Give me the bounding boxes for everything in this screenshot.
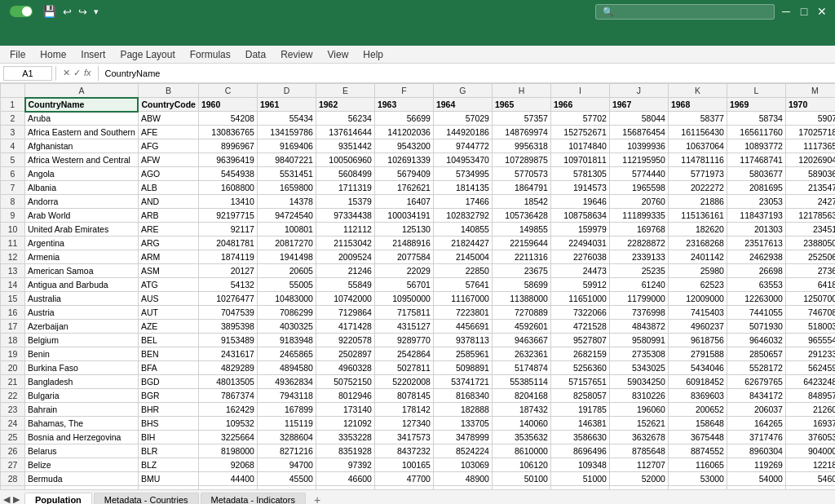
data-cell-r17c9[interactable]: 4721528 <box>550 320 609 334</box>
data-cell-r11c6[interactable]: 21488916 <box>374 237 433 250</box>
data-cell-r25c9[interactable]: 3586630 <box>550 431 609 444</box>
row-num-18[interactable]: 18 <box>1 334 25 347</box>
data-cell-r20c1[interactable]: Burkina Faso <box>25 361 139 375</box>
data-cell-r13c11[interactable]: 25980 <box>668 264 727 278</box>
data-cell-r22c5[interactable]: 8012946 <box>316 389 374 403</box>
data-cell-r10c6[interactable]: 125130 <box>374 223 433 237</box>
data-cell-r23c8[interactable]: 187432 <box>492 403 550 417</box>
row-num-23[interactable]: 23 <box>1 403 25 417</box>
data-cell-r27c2[interactable]: BLZ <box>138 458 198 472</box>
col-header-I[interactable]: I <box>550 84 609 98</box>
insert-function-icon[interactable]: fx <box>84 68 91 78</box>
data-cell-r24c1[interactable]: Bahamas, The <box>25 417 139 431</box>
data-cell-r11c7[interactable]: 21824427 <box>433 237 492 250</box>
data-cell-r2c1[interactable]: Aruba <box>25 112 139 126</box>
sheet-tab-metadata---indicators[interactable]: Metadata - Indicators <box>201 493 306 504</box>
row-num-3[interactable]: 3 <box>1 126 25 139</box>
data-cell-r25c13[interactable]: 3760536 <box>785 431 835 444</box>
data-cell-r13c13[interactable]: 27362 <box>785 264 835 278</box>
data-cell-r22c3[interactable]: 7867374 <box>198 389 257 403</box>
data-cell-r19c10[interactable]: 2735308 <box>609 347 668 361</box>
data-cell-r4c2[interactable]: AFG <box>138 139 198 153</box>
data-cell-r7c5[interactable]: 1711319 <box>316 181 374 195</box>
data-cell-r27c11[interactable]: 116065 <box>668 458 727 472</box>
ribbon-tab-insert[interactable]: Insert <box>74 47 112 62</box>
data-cell-r23c12[interactable]: 206037 <box>727 403 785 417</box>
row-num-11[interactable]: 11 <box>1 237 25 250</box>
row-num-13[interactable]: 13 <box>1 264 25 278</box>
data-cell-r5c3[interactable]: 96396419 <box>198 153 257 167</box>
data-cell-r2c9[interactable]: 57702 <box>550 112 609 126</box>
row-num-14[interactable]: 14 <box>1 278 25 292</box>
data-cell-r11c4[interactable]: 20817270 <box>257 237 316 250</box>
data-cell-r27c10[interactable]: 112707 <box>609 458 668 472</box>
data-cell-r11c8[interactable]: 22159644 <box>492 237 550 250</box>
data-cell-r27c4[interactable]: 94700 <box>257 458 316 472</box>
data-cell-r27c6[interactable]: 100165 <box>374 458 433 472</box>
data-cell-r19c3[interactable]: 2431617 <box>198 347 257 361</box>
data-cell-r6c10[interactable]: 5774440 <box>609 167 668 181</box>
data-cell-r5c6[interactable]: 102691339 <box>374 153 433 167</box>
header-cell-13[interactable]: 1970 <box>785 98 835 112</box>
data-cell-r7c1[interactable]: Albania <box>25 181 139 195</box>
data-cell-r29c10[interactable]: 4208683 <box>609 486 668 490</box>
data-cell-r18c3[interactable]: 9153489 <box>198 334 257 347</box>
data-cell-r27c5[interactable]: 97392 <box>316 458 374 472</box>
data-cell-r9c4[interactable]: 94724540 <box>257 209 316 223</box>
data-cell-r2c3[interactable]: 54208 <box>198 112 257 126</box>
data-cell-r19c9[interactable]: 2682159 <box>550 347 609 361</box>
data-cell-r29c9[interactable]: 4122517 <box>550 486 609 490</box>
data-cell-r16c9[interactable]: 7322066 <box>550 306 609 320</box>
data-cell-r24c4[interactable]: 115119 <box>257 417 316 431</box>
col-header-A[interactable]: A <box>25 84 139 98</box>
data-cell-r21c7[interactable]: 53741721 <box>433 375 492 389</box>
data-cell-r16c13[interactable]: 7467086 <box>785 306 835 320</box>
data-cell-r11c10[interactable]: 22828872 <box>609 237 668 250</box>
data-cell-r26c11[interactable]: 8874552 <box>668 444 727 458</box>
data-cell-r26c12[interactable]: 8960304 <box>727 444 785 458</box>
data-cell-r20c7[interactable]: 5098891 <box>433 361 492 375</box>
data-cell-r9c2[interactable]: ARB <box>138 209 198 223</box>
tab-nav-right[interactable]: ▶ <box>13 494 20 504</box>
data-cell-r15c5[interactable]: 10742000 <box>316 292 374 306</box>
data-cell-r3c9[interactable]: 152752671 <box>550 126 609 139</box>
data-cell-r18c7[interactable]: 9378113 <box>433 334 492 347</box>
data-cell-r12c13[interactable]: 2525067 <box>785 250 835 264</box>
data-cell-r6c3[interactable]: 5454938 <box>198 167 257 181</box>
data-cell-r5c1[interactable]: Africa Western and Central <box>25 153 139 167</box>
data-cell-r5c13[interactable]: 120269044 <box>785 153 835 167</box>
col-header-J[interactable]: J <box>609 84 668 98</box>
data-cell-r18c6[interactable]: 9289770 <box>374 334 433 347</box>
data-cell-r20c12[interactable]: 5528172 <box>727 361 785 375</box>
data-cell-r22c12[interactable]: 8434172 <box>727 389 785 403</box>
data-cell-r2c10[interactable]: 58044 <box>609 112 668 126</box>
data-cell-r25c1[interactable]: Bosnia and Herzegovina <box>25 431 139 444</box>
col-header-M[interactable]: M <box>785 84 835 98</box>
row-num-4[interactable]: 4 <box>1 139 25 153</box>
header-cell-11[interactable]: 1968 <box>668 98 727 112</box>
data-cell-r6c13[interactable]: 5890360 <box>785 167 835 181</box>
ribbon-tab-view[interactable]: View <box>321 47 356 62</box>
data-cell-r12c2[interactable]: ARM <box>138 250 198 264</box>
row-num-21[interactable]: 21 <box>1 375 25 389</box>
data-cell-r21c5[interactable]: 50752150 <box>316 375 374 389</box>
ribbon-tab-page layout[interactable]: Page Layout <box>113 47 181 62</box>
data-cell-r16c12[interactable]: 7441055 <box>727 306 785 320</box>
formula-input[interactable] <box>102 69 832 78</box>
data-cell-r22c8[interactable]: 8204168 <box>492 389 550 403</box>
data-cell-r28c11[interactable]: 53000 <box>668 472 727 486</box>
data-cell-r6c8[interactable]: 5770573 <box>492 167 550 181</box>
data-cell-r11c1[interactable]: Argentina <box>25 237 139 250</box>
data-cell-r10c2[interactable]: ARE <box>138 223 198 237</box>
data-cell-r4c3[interactable]: 8996967 <box>198 139 257 153</box>
data-cell-r21c6[interactable]: 52202008 <box>374 375 433 389</box>
row-num-27[interactable]: 27 <box>1 458 25 472</box>
row-num-22[interactable]: 22 <box>1 389 25 403</box>
data-cell-r7c2[interactable]: ALB <box>138 181 198 195</box>
confirm-formula-icon[interactable]: ✓ <box>73 68 81 78</box>
data-cell-r18c13[interactable]: 9655549 <box>785 334 835 347</box>
data-cell-r19c2[interactable]: BEN <box>138 347 198 361</box>
data-cell-r24c7[interactable]: 133705 <box>433 417 492 431</box>
ribbon-tab-help[interactable]: Help <box>356 47 390 62</box>
data-cell-r3c5[interactable]: 137614644 <box>316 126 374 139</box>
